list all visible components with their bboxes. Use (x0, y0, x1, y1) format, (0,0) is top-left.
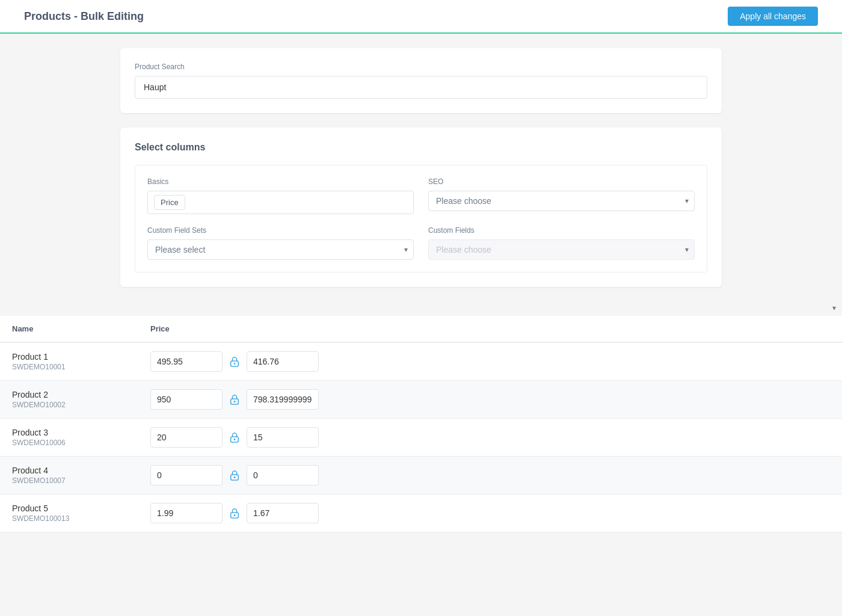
table-row: Product 1 SWDEMO10001 (0, 342, 842, 381)
seo-select-wrapper: Please choose ▾ (428, 191, 695, 211)
price-gross-input[interactable] (150, 465, 223, 485)
lock-icon (230, 394, 239, 405)
basics-group: Basics Price ▾ (147, 177, 414, 214)
basics-tags: Price (154, 195, 407, 210)
custom-fields-wrapper: Please choose ▾ (428, 239, 695, 260)
table-header-row: Name Price (0, 316, 842, 342)
product-price-cell (138, 419, 842, 457)
table-row: Product 4 SWDEMO10007 (0, 457, 842, 494)
lock-button[interactable] (227, 505, 242, 521)
price-cell (150, 503, 830, 523)
product-name-cell: Product 1 SWDEMO10001 (0, 342, 138, 381)
price-tag: Price (154, 195, 185, 210)
price-net-input[interactable] (247, 503, 319, 523)
seo-label: SEO (428, 177, 695, 186)
columns-row-2: Custom Field Sets Please select ▾ Custom… (147, 226, 695, 260)
custom-field-sets-label: Custom Field Sets (147, 226, 414, 235)
custom-field-sets-select[interactable]: Please select (147, 239, 414, 260)
product-price-cell (138, 381, 842, 419)
custom-fields-label: Custom Fields (428, 226, 695, 235)
price-net-input[interactable] (247, 427, 319, 448)
price-gross-input[interactable] (150, 503, 223, 523)
price-net-input[interactable] (247, 389, 319, 410)
price-cell (150, 389, 830, 410)
price-gross-input[interactable] (150, 389, 223, 410)
page-title: Products - Bulk Editing (24, 10, 144, 23)
price-gross-input[interactable] (150, 427, 223, 448)
product-price-cell (138, 342, 842, 381)
table-header: Name Price (0, 316, 842, 342)
product-search-card: Product Search (120, 48, 722, 113)
product-name: Product 2 (12, 390, 126, 399)
columns-inner: Basics Price ▾ SEO Please choose (135, 165, 707, 273)
custom-field-sets-group: Custom Field Sets Please select ▾ (147, 226, 414, 260)
table-row: Product 3 SWDEMO10006 (0, 419, 842, 457)
products-table: Name Price Product 1 SWDEMO10001 (0, 316, 842, 532)
lock-icon (230, 432, 239, 443)
product-sku: SWDEMO10001 (12, 363, 126, 371)
product-price-cell (138, 457, 842, 494)
price-cell (150, 427, 830, 448)
price-gross-input[interactable] (150, 351, 223, 372)
basics-chevron-icon: ▾ (832, 304, 836, 312)
seo-select[interactable]: Please choose (428, 191, 695, 211)
price-cell (150, 465, 830, 485)
select-columns-card: Select columns Basics Price ▾ SEO (120, 128, 722, 287)
product-name: Product 5 (12, 504, 126, 513)
select-columns-title: Select columns (135, 142, 707, 153)
custom-fields-group: Custom Fields Please choose ▾ (428, 226, 695, 260)
product-name-cell: Product 2 SWDEMO10002 (0, 381, 138, 419)
col-header-price: Price (138, 316, 842, 342)
main-content: Product Search Select columns Basics Pri… (0, 34, 842, 316)
product-search-label: Product Search (135, 63, 707, 71)
svg-point-7 (234, 476, 236, 478)
table-row: Product 5 SWDEMO100013 (0, 494, 842, 532)
svg-point-9 (234, 514, 236, 516)
lock-button[interactable] (227, 392, 242, 407)
lock-button[interactable] (227, 467, 242, 483)
custom-fields-select[interactable]: Please choose (428, 239, 695, 260)
product-name: Product 3 (12, 428, 126, 437)
custom-field-sets-wrapper: Please select ▾ (147, 239, 414, 260)
basics-select[interactable]: Price ▾ (147, 191, 414, 214)
svg-point-3 (234, 401, 236, 402)
price-net-input[interactable] (247, 351, 319, 372)
product-sku: SWDEMO10007 (12, 476, 126, 485)
product-sku: SWDEMO10006 (12, 439, 126, 447)
price-cell (150, 351, 830, 372)
product-search-input[interactable] (135, 76, 707, 99)
product-sku: SWDEMO10002 (12, 401, 126, 409)
page-header: Products - Bulk Editing Apply all change… (0, 0, 842, 34)
apply-all-changes-button[interactable]: Apply all changes (728, 7, 818, 26)
product-name: Product 4 (12, 466, 126, 475)
seo-group: SEO Please choose ▾ (428, 177, 695, 214)
product-price-cell (138, 494, 842, 532)
col-header-name: Name (0, 316, 138, 342)
lock-button[interactable] (227, 354, 242, 369)
svg-point-1 (234, 363, 236, 365)
lock-icon (230, 508, 239, 519)
table-row: Product 2 SWDEMO10002 (0, 381, 842, 419)
product-sku: SWDEMO100013 (12, 514, 126, 523)
columns-row-1: Basics Price ▾ SEO Please choose (147, 177, 695, 214)
lock-button[interactable] (227, 430, 242, 445)
lock-icon (230, 356, 239, 367)
product-name-cell: Product 4 SWDEMO10007 (0, 457, 138, 494)
product-name: Product 1 (12, 352, 126, 362)
product-name-cell: Product 5 SWDEMO100013 (0, 494, 138, 532)
price-net-input[interactable] (247, 465, 319, 485)
products-table-container: Name Price Product 1 SWDEMO10001 (0, 316, 842, 532)
basics-label: Basics (147, 177, 414, 186)
svg-point-5 (234, 439, 236, 440)
lock-icon (230, 470, 239, 481)
table-body: Product 1 SWDEMO10001 Product 2 SWDEMO10… (0, 342, 842, 532)
product-name-cell: Product 3 SWDEMO10006 (0, 419, 138, 457)
